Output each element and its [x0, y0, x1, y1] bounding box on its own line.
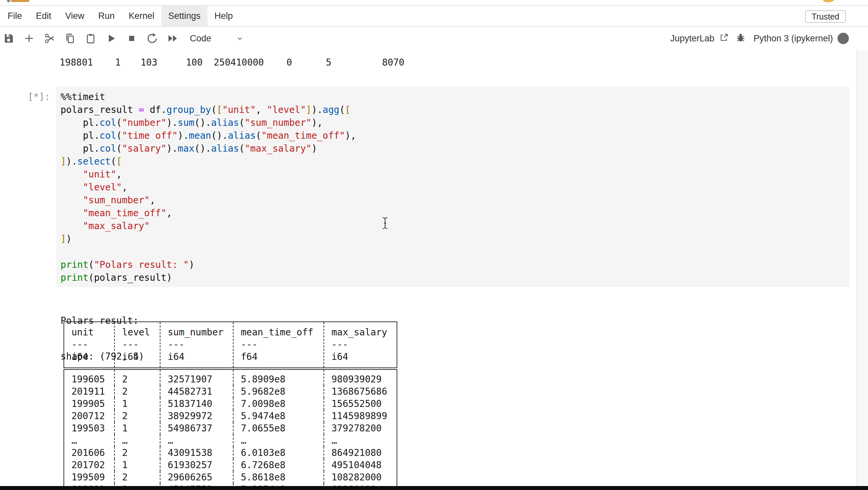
code-line: "mean_time_off",	[61, 207, 849, 220]
debugger-bug-icon[interactable]	[736, 33, 746, 44]
trusted-button[interactable]: Trusted	[805, 10, 846, 23]
code-line: pl.col("number").sum().alias("sum_number…	[61, 116, 849, 129]
paste-cells-icon[interactable]	[85, 32, 97, 45]
table-row: 2017021619302576.7268e8495104048	[64, 459, 397, 471]
table-row: 2007122389299725.9474e81145989899	[64, 410, 397, 422]
menu-bar-items: FileEditViewRunKernelSettingsHelp	[1, 6, 240, 26]
table-column-header: unit---i64	[64, 322, 115, 369]
scrolled-output-value: 250410000	[214, 57, 264, 68]
menu-item-edit[interactable]: Edit	[29, 6, 59, 26]
stop-kernel-icon[interactable]	[126, 32, 137, 45]
notebook-panel: 1988011103100250410000058070 [*]: %%time…	[0, 50, 868, 490]
table-row: 1995092296062655.8618e8108282000	[64, 471, 397, 483]
code-line: "max_salary"	[61, 220, 849, 232]
scrolled-output-value: 103	[141, 57, 157, 68]
save-icon[interactable]	[3, 32, 14, 45]
scrolled-output-value: 198801	[60, 57, 93, 68]
code-line: "unit",	[61, 168, 849, 181]
toolbar-icons	[3, 27, 179, 50]
cell-type-dropdown[interactable]: Code	[190, 27, 211, 50]
code-line: "sum_number",	[61, 194, 849, 207]
table-column-header: level---i64	[115, 322, 160, 369]
restart-run-all-icon[interactable]	[167, 32, 179, 45]
menu-item-help[interactable]: Help	[208, 6, 240, 26]
table-column-header: mean_time_off---f64	[233, 322, 324, 369]
table-column-header: max_salary---i64	[324, 322, 397, 369]
scrolled-output-value: 1	[115, 57, 121, 68]
code-line: ])	[61, 232, 849, 245]
polars-table-output: unit---i64level---i64sum_number---i64mea…	[63, 321, 401, 490]
notebook-toolbar: Code JupyterLab Python 3 (ipykernel)	[0, 27, 868, 51]
add-cell-icon[interactable]	[23, 32, 35, 45]
code-line: %%timeit	[61, 90, 849, 103]
table-row: ……………	[64, 434, 397, 446]
code-line: polars_result = df.group_by(["unit", "le…	[61, 103, 849, 116]
table-row: 2016062430915386.0103e8864921080	[64, 446, 397, 459]
notification-dot-icon	[823, 0, 834, 2]
table-row: 2019112445827315.9682e81368675686	[64, 385, 397, 398]
menu-item-view[interactable]: View	[58, 6, 91, 26]
table-row: 1995031549867377.0655e8379278200	[64, 422, 397, 434]
table-column-header: sum_number---i64	[160, 322, 233, 369]
external-link-icon[interactable]	[719, 33, 728, 44]
code-line: pl.col("salary").max().alias("max_salary…	[61, 142, 849, 155]
menu-item-run[interactable]: Run	[91, 6, 122, 26]
polars-table: unit---i64level---i64sum_number---i64mea…	[63, 321, 397, 490]
code-editor[interactable]: %%timeitpolars_result = df.group_by(["un…	[56, 86, 849, 284]
toolbar-right-group: JupyterLab Python 3 (ipykernel)	[670, 27, 849, 50]
restart-kernel-icon[interactable]	[146, 32, 158, 45]
code-line: pl.col("time off").mean().alias("mean_ti…	[61, 129, 849, 142]
scrolled-output-row: 1988011103100250410000058070	[0, 57, 868, 69]
code-line: print(polars_result)	[61, 271, 849, 284]
kernel-name-label[interactable]: Python 3 (ipykernel)	[753, 33, 833, 44]
jupyterlab-link[interactable]: JupyterLab	[670, 33, 714, 44]
tab-edge-decoration	[11, 0, 29, 2]
screen-bottom-bar	[0, 486, 868, 490]
scrolled-output-value: 5	[326, 57, 332, 68]
menu-item-file[interactable]: File	[1, 6, 29, 26]
scrolled-output-value: 0	[286, 57, 292, 68]
table-row: 1996052325719075.8909e8980939029	[64, 369, 397, 386]
scrolled-output-value: 100	[186, 57, 203, 68]
chevron-down-icon[interactable]	[236, 34, 244, 44]
menu-item-settings[interactable]: Settings	[161, 6, 208, 26]
code-line	[61, 245, 849, 258]
ibeam-cursor	[382, 217, 389, 231]
copy-cells-icon[interactable]	[64, 32, 76, 45]
menu-bar: FileEditViewRunKernelSettingsHelp Truste…	[0, 6, 868, 27]
code-cell[interactable]: %%timeitpolars_result = df.group_by(["un…	[56, 86, 849, 287]
menu-item-kernel[interactable]: Kernel	[122, 6, 161, 26]
code-line: ]).select([	[61, 155, 849, 168]
table-row: 1999051518371407.0098e8156552500	[64, 398, 397, 410]
window-dot-icon	[7, 0, 10, 2]
table-header-row: unit---i64level---i64sum_number---i64mea…	[64, 322, 397, 369]
scrollbar-gutter[interactable]	[857, 50, 868, 490]
code-line: "level",	[61, 181, 849, 194]
cut-cells-icon[interactable]	[44, 32, 56, 45]
code-line: print("Polars result: ")	[61, 258, 849, 271]
scrolled-output-value: 8070	[382, 57, 404, 68]
browser-edge-strip	[0, 0, 868, 6]
kernel-busy-indicator[interactable]	[838, 33, 849, 44]
cell-execution-prompt: [*]:	[28, 91, 50, 102]
run-cell-icon[interactable]	[105, 32, 117, 45]
